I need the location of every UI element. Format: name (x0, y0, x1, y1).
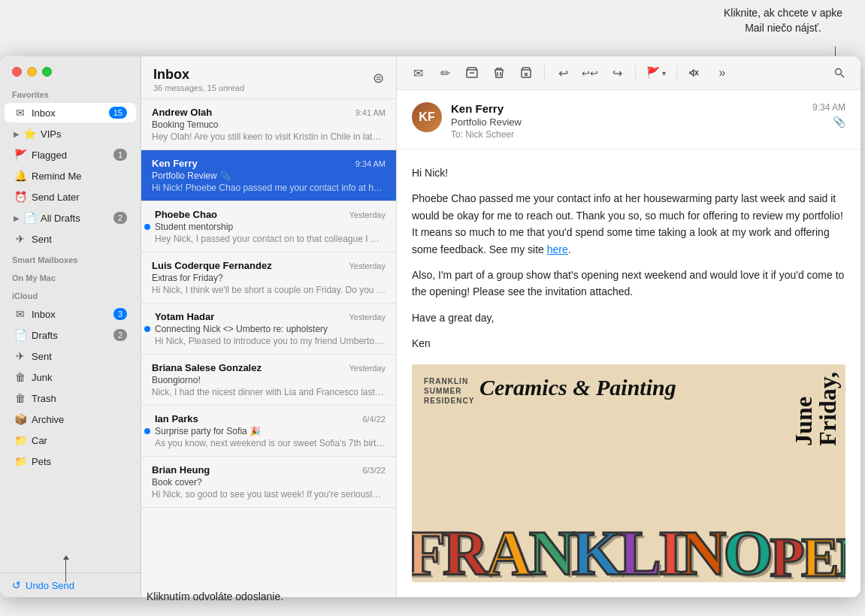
message-preview: As you know, next weekend is our sweet S… (155, 438, 386, 448)
message-item[interactable]: Phoebe Chao Yesterday Student mentorship… (141, 201, 396, 252)
message-item[interactable]: Brian Heung 6/3/22 Book cover? Hi Nick, … (141, 457, 396, 508)
body-paragraph-greeting: Hi Nick! (412, 165, 845, 181)
sidebar-item-label: Pets (32, 456, 127, 467)
sidebar-item-inbox[interactable]: ✉ Inbox 15 (5, 103, 136, 122)
message-item-selected[interactable]: Ken Ferry 9:34 AM Portfolio Review 📎 Hi … (141, 150, 396, 201)
sidebar-item-pets[interactable]: 📁 Pets (5, 451, 136, 471)
message-subject: Book cover? (152, 477, 386, 488)
sidebar-item-icloud-sent[interactable]: ✈ Sent (5, 346, 136, 366)
body-paragraph-2: Also, I'm part of a group show that's op… (412, 267, 845, 300)
sidebar-item-remind-me[interactable]: 🔔 Remind Me (5, 166, 136, 186)
traffic-light-fullscreen[interactable] (42, 67, 52, 77)
send-later-icon: ⏰ (14, 190, 27, 204)
section-on-my-mac: On My Mac (0, 267, 141, 285)
search-button[interactable] (827, 62, 851, 83)
email-sender-name: Ken Ferry (451, 102, 803, 115)
message-subject: Connecting Nick <> Umberto re: upholster… (155, 324, 386, 334)
mute-button[interactable] (683, 62, 707, 83)
section-smart-mailboxes: Smart Mailboxes (0, 249, 141, 267)
email-body: Hi Nick! Phoebe Chao passed me your cont… (397, 149, 860, 597)
poster-letter-E: E (801, 525, 839, 582)
sidebar-item-label: Sent (32, 351, 127, 362)
poster-letter-A: A (485, 516, 531, 582)
svg-line-3 (841, 74, 844, 77)
inbox-badge: 15 (109, 107, 127, 119)
sidebar-item-icloud-archive[interactable]: 📦 Archive (5, 409, 136, 429)
message-subject: Extras for Friday? (152, 273, 386, 283)
poster-text-left: FRANKLIN SUMMER RESIDENCY (424, 376, 474, 406)
sidebar-item-vips[interactable]: ▶ ⭐ VIPs (5, 124, 136, 143)
poster-letter-N: N (529, 516, 575, 582)
new-message-button[interactable]: ✉ (406, 62, 430, 83)
message-time: Yesterday (349, 364, 386, 373)
message-subject: Surprise party for Sofia 🎉 (155, 426, 386, 436)
message-item[interactable]: Ian Parks 6/4/22 Surprise party for Sofi… (141, 406, 396, 457)
icloud-archive-icon: 📦 (14, 412, 27, 426)
here-link[interactable]: here (547, 243, 568, 255)
message-sender: Andrew Olah (152, 107, 212, 118)
svg-rect-0 (467, 70, 477, 77)
message-time: 9:41 AM (355, 108, 386, 117)
poster-letter-P: P (770, 525, 805, 582)
body-paragraph-closing: Have a great day, (412, 310, 845, 326)
sidebar-item-sent-fav[interactable]: ✈ Sent (5, 229, 136, 249)
message-sender: Ken Ferry (152, 158, 198, 169)
forward-button[interactable]: ↪ (605, 62, 629, 83)
message-preview: Hey Nick, I passed your contact on to th… (155, 234, 386, 244)
section-icloud: iCloud (0, 285, 141, 303)
reply-button[interactable]: ↩ (551, 62, 575, 83)
pets-folder-icon: 📁 (14, 454, 27, 468)
sidebar-item-car[interactable]: 📁 Car (5, 430, 136, 450)
poster-letter-L: L (619, 516, 661, 582)
sidebar-item-icloud-trash[interactable]: 🗑 Trash (5, 388, 136, 408)
sidebar-item-send-later[interactable]: ⏰ Send Later (5, 187, 136, 207)
traffic-light-minimize[interactable] (27, 67, 37, 77)
message-time: Yesterday (349, 261, 386, 270)
email-to-line: To: Nick Scheer (451, 129, 803, 140)
sidebar-item-icloud-junk[interactable]: 🗑 Junk (5, 367, 136, 387)
message-item[interactable]: Luis Coderque Fernandez Yesterday Extras… (141, 252, 396, 303)
traffic-light-close[interactable] (12, 67, 22, 77)
message-preview: Hi Nick! Phoebe Chao passed me your cont… (152, 183, 386, 193)
undo-send-button[interactable]: ↺ Undo Send (0, 572, 141, 597)
message-item[interactable]: Yotam Hadar Yesterday Connecting Nick <>… (141, 303, 396, 355)
reply-all-button[interactable]: ↩↩ (578, 62, 602, 83)
move-to-junk-button[interactable] (514, 62, 538, 83)
message-subject: Student mentorship (155, 222, 386, 232)
archive-button[interactable] (460, 62, 484, 83)
compose-button[interactable]: ✏ (433, 62, 457, 83)
sidebar-item-label: Archive (32, 414, 127, 425)
sidebar-item-label: Inbox (32, 309, 113, 320)
delete-button[interactable] (487, 62, 511, 83)
filter-icon[interactable]: ⊜ (373, 70, 384, 86)
sidebar-item-icloud-drafts[interactable]: 📄 Drafts 2 (5, 325, 136, 345)
sidebar-item-all-drafts[interactable]: ▶ 📄 All Drafts 2 (5, 208, 136, 228)
message-sender: Yotam Hadar (155, 311, 214, 322)
message-preview: Nick, I had the nicest dinner with Lia a… (152, 387, 386, 397)
sidebar-item-label: Flagged (32, 149, 113, 161)
sidebar-item-flagged[interactable]: 🚩 Flagged 1 (5, 145, 136, 165)
email-header: KF Ken Ferry Portfolio Review To: Nick S… (397, 90, 860, 149)
message-item[interactable]: Andrew Olah 9:41 AM Booking Temuco Hey O… (141, 99, 396, 150)
remind-me-icon: 🔔 (14, 169, 27, 183)
flag-button[interactable]: 🚩 ▾ (642, 62, 670, 83)
email-timestamp: 9:34 AM (812, 102, 845, 113)
poster-letter-O: O (723, 516, 773, 582)
poster-letter-N3: N (836, 525, 845, 582)
icloud-inbox-icon: ✉ (14, 307, 27, 321)
message-list: Inbox 36 messages, 15 unread ⊜ Andrew Ol… (141, 56, 397, 597)
sidebar-item-icloud-inbox[interactable]: ✉ Inbox 3 (5, 304, 136, 324)
sidebar-item-label: Car (32, 435, 127, 446)
icloud-sent-icon: ✈ (14, 349, 27, 363)
email-viewer: ✉ ✏ ↩ ↩↩ ↪ 🚩 ▾ (397, 56, 860, 597)
attachment-icon: 📎 (220, 171, 231, 181)
message-item[interactable]: Briana Salese Gonzalez Yesterday Buongio… (141, 355, 396, 406)
message-sender: Brian Heung (152, 464, 210, 476)
tooltip-bottom-left: Kliknutím odvoláte odoslanie. (147, 590, 283, 602)
email-poster: FRANKLIN SUMMER RESIDENCY Ceramics & Pai… (412, 364, 845, 582)
tooltip-top-right: Kliknite, ak chcete v apke Mail niečo ná… (724, 6, 842, 35)
poster-letter-F: F (412, 516, 446, 582)
sidebar-item-label: Remind Me (32, 171, 127, 182)
flagged-badge: 1 (113, 149, 127, 161)
more-button[interactable]: » (710, 62, 734, 83)
